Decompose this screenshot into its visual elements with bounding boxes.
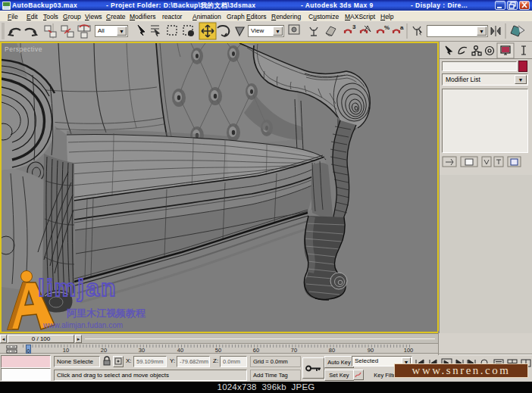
svg-text:a: a xyxy=(400,24,404,31)
svg-text:阿里木江视频教程: 阿里木江视频教程 xyxy=(67,307,146,319)
svg-text:%: % xyxy=(384,24,390,31)
svg-text:limjan: limjan xyxy=(38,274,117,301)
svg-text:Perspective: Perspective xyxy=(5,45,42,53)
svg-text:www.alimjan.fudan.com: www.alimjan.fudan.com xyxy=(42,321,123,329)
svg-text:3: 3 xyxy=(352,23,356,30)
